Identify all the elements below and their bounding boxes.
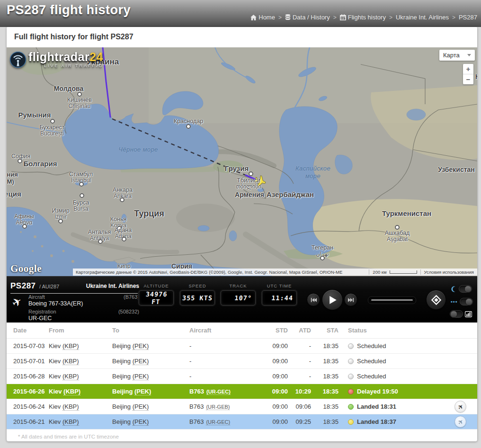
zoom-in-button[interactable]: + — [463, 64, 473, 74]
from-cell: Kiev (KBP) — [49, 358, 112, 365]
status-cell: Delayed 19:50 — [338, 388, 451, 395]
date-cell: 2015-06-21 — [13, 418, 49, 425]
breadcrumb-separator: > — [452, 14, 455, 21]
airport-code: (KBP) — [62, 403, 79, 411]
breadcrumb-label: PS287 — [459, 14, 477, 21]
status-text: Delayed 19:50 — [357, 388, 398, 395]
flight-row[interactable]: 2015-07-03Kiev (KBP)Beijing (PEK)-09:00-… — [7, 339, 477, 354]
atd-cell: - — [288, 373, 311, 380]
terms-link[interactable]: Условия использования — [420, 269, 477, 275]
flight-history-table: DateFromToAircraftSTDATDSTAStatus 2015-0… — [7, 323, 477, 439]
breadcrumb-label: Ukraine Int. Airlines — [396, 14, 449, 21]
sta-cell: 18:35 — [311, 358, 338, 365]
flight-number: PS287 — [10, 281, 36, 290]
airport-code: (KBP) — [62, 418, 79, 426]
play-icon — [330, 296, 337, 304]
google-logo: Google — [10, 263, 42, 275]
show-on-map-button[interactable]: ✈ — [454, 401, 466, 412]
chart-toggle-row — [450, 310, 472, 318]
crosshair-icon — [431, 295, 442, 305]
column-header-date: Date — [13, 327, 49, 334]
airport-code: (PEK) — [133, 403, 149, 411]
logo-brand: flightradar — [28, 50, 89, 63]
logo-tagline: LIVE AIR TRAFFIC — [28, 63, 103, 68]
map-type-button[interactable]: Карта — [439, 50, 475, 61]
status-text: Landed 18:31 — [357, 403, 396, 410]
flight-row[interactable]: 2015-07-01Kiev (KBP)Beijing (PEK)-09:00-… — [7, 354, 477, 369]
status-dot — [348, 343, 354, 349]
rewind-button[interactable] — [307, 293, 320, 306]
date-cell: 2015-06-24 — [13, 403, 49, 410]
date-cell: 2015-07-01 — [13, 358, 49, 365]
instrument-panel: ALTITUDE34976 FTSPEED355 KTSTRACK107°UTC… — [139, 283, 304, 316]
instrument-track: TRACK107° — [221, 283, 256, 305]
instrument-label: SPEED — [180, 283, 215, 288]
flight-row[interactable]: 2015-06-21Kiev (KBP)Beijing (PEK)B763(UR… — [7, 414, 477, 430]
atd-cell: - — [288, 342, 311, 349]
airport-code: (KBP) — [62, 358, 79, 365]
scale-bar — [390, 270, 417, 274]
instrument-utc-time: UTC TIME11:44 — [262, 283, 297, 305]
icon-cell: ✈ — [451, 416, 472, 428]
page-subtitle: Full flight history for flight PS287 — [7, 27, 477, 41]
moon-icon — [451, 286, 457, 292]
attribution-text: Картографические данные © 2015 AutoNavi,… — [73, 269, 369, 275]
aircraft-cell: B763(UR-GEC) — [189, 418, 259, 425]
show-on-map-button[interactable]: ✈ — [454, 416, 466, 428]
night-mode-toggle[interactable] — [459, 285, 472, 293]
std-cell: 09:00 — [259, 342, 288, 349]
breadcrumb-item-data-history[interactable]: Data / History — [285, 14, 330, 21]
registration-label: Registration — [28, 309, 56, 314]
column-header-from: From — [49, 327, 112, 334]
date-cell: 2015-07-03 — [13, 342, 49, 349]
breadcrumb-item-flights-history[interactable]: Flights history — [340, 14, 386, 21]
plane-icon: ✈ — [456, 403, 464, 411]
breadcrumb-separator: > — [389, 14, 392, 21]
flight-row[interactable]: 2015-06-24Kiev (KBP)Beijing (PEK)B763(UR… — [7, 399, 477, 414]
sta-cell: 18:35 — [311, 388, 338, 395]
status-cell: Scheduled — [338, 342, 451, 349]
status-cell: Landed 18:31 — [338, 403, 451, 410]
instrument-value: 107° — [221, 290, 256, 305]
labels-toggle-row: ••• — [451, 298, 473, 305]
locate-button[interactable] — [426, 290, 446, 310]
play-button[interactable] — [322, 289, 343, 310]
fr24-logo: flightradar24 LIVE AIR TRAFFIC — [9, 51, 103, 68]
breadcrumb-item-ukraine-int-airlines[interactable]: Ukraine Int. Airlines — [396, 14, 449, 21]
scale-label: 200 км — [373, 269, 386, 275]
instrument-label: TRACK — [221, 283, 256, 288]
rewind-icon — [311, 297, 317, 303]
airline-name: Ukraine Int. Airlines — [86, 283, 139, 289]
map[interactable]: УкраинаМолдоваРумынияБолгарияТурцияГрузи… — [7, 47, 477, 276]
plane-icon: ✈ — [456, 418, 464, 426]
to-cell: Beijing (PEK) — [112, 373, 189, 380]
toggle-knob — [464, 286, 472, 293]
status-cell: Scheduled — [338, 373, 451, 380]
airport-code: (PEK) — [133, 418, 149, 426]
from-cell: Kiev (KBP) — [49, 373, 112, 380]
zoom-out-button[interactable]: − — [463, 74, 473, 84]
breadcrumb-separator: > — [278, 14, 282, 21]
status-dot — [348, 358, 354, 364]
progress-slider[interactable] — [368, 296, 416, 304]
instrument-label: ALTITUDE — [139, 283, 174, 288]
from-cell: Kiev (KBP) — [49, 403, 112, 410]
toggle-knob — [465, 298, 472, 305]
to-cell: Beijing (PEK) — [112, 342, 189, 349]
chart-toggle[interactable] — [450, 310, 463, 318]
aircraft-cell: B763(UR-GEC) — [189, 388, 259, 395]
fast-forward-button[interactable] — [344, 293, 357, 306]
labels-toggle[interactable] — [460, 298, 473, 305]
chart-icon — [465, 311, 472, 317]
airport-code: (PEK) — [133, 342, 149, 350]
registration-value: UR-GEC — [28, 315, 139, 322]
breadcrumb-item-home[interactable]: Home — [250, 14, 275, 21]
database-icon — [285, 14, 291, 20]
std-cell: 09:00 — [259, 403, 288, 410]
status-cell: Landed 18:37 — [338, 418, 451, 425]
fast-forward-icon — [348, 297, 354, 303]
date-cell: 2015-06-26 — [13, 388, 49, 395]
flight-row[interactable]: 2015-06-26Kiev (KBP)Beijing (PEK)B763(UR… — [7, 384, 477, 399]
flight-row[interactable]: 2015-06-28Kiev (KBP)Beijing (PEK)-09:00-… — [7, 369, 477, 384]
card-header: Full flight history for flight PS287 — [7, 27, 477, 47]
